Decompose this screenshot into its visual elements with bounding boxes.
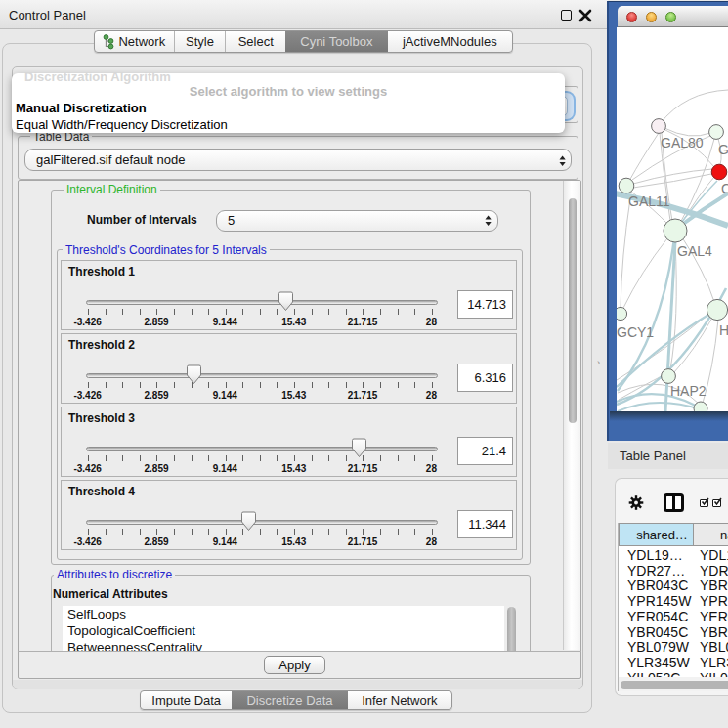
svg-text:GCY1: GCY1 (617, 324, 654, 340)
svg-text:H: H (719, 322, 728, 338)
svg-text:GAL4: GAL4 (677, 243, 712, 259)
svg-text:GAL80: GAL80 (661, 135, 704, 150)
svg-text:C: C (721, 181, 728, 196)
svg-text:GAL11: GAL11 (628, 193, 670, 209)
svg-text:HAP2: HAP2 (670, 383, 707, 399)
svg-text:GA: GA (718, 142, 728, 157)
